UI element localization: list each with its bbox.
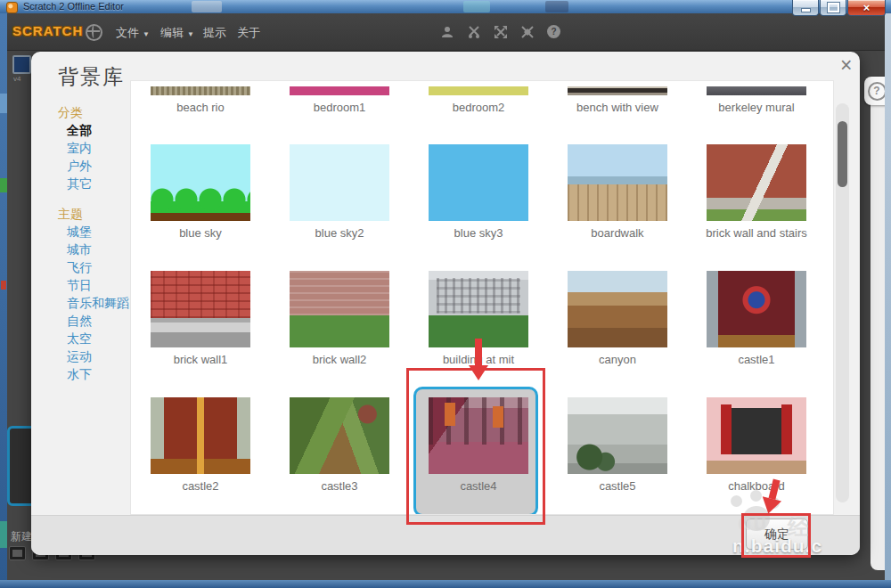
backdrop-label: brick wall2 bbox=[313, 353, 367, 366]
backdrop-thumbnail bbox=[290, 271, 389, 347]
backdrop-thumbnail bbox=[151, 86, 250, 95]
backdrop-label: berkeley mural bbox=[718, 101, 794, 114]
backdrop-label: castle1 bbox=[738, 353, 774, 366]
shrink-icon[interactable] bbox=[519, 23, 535, 40]
desktop-speck bbox=[1, 281, 6, 290]
close-button[interactable]: × bbox=[847, 0, 886, 16]
backdrop-thumbnail bbox=[151, 397, 250, 474]
minimize-button[interactable] bbox=[792, 0, 819, 16]
backdrop-label: brick wall and stairs bbox=[706, 226, 806, 240]
backdrop-item-bedroom1[interactable]: bedroom1 bbox=[270, 81, 409, 114]
backdrop-item-blue-sky[interactable]: blue sky bbox=[131, 144, 270, 240]
glass-reflection bbox=[192, 1, 222, 12]
grid-scrollbar-thumb[interactable] bbox=[838, 121, 847, 187]
window-controls: × bbox=[791, 0, 886, 16]
dialog-close-button[interactable]: × bbox=[840, 53, 852, 78]
backdrop-thumbnail bbox=[568, 144, 667, 221]
menu-file[interactable]: 文件▼ bbox=[116, 25, 150, 41]
scripts-panel-edge bbox=[871, 78, 886, 570]
backdrop-item-castle3[interactable]: castle3 bbox=[270, 397, 409, 493]
version-label: v4 bbox=[13, 75, 20, 83]
backdrop-item-castle5[interactable]: castle5 bbox=[548, 397, 687, 493]
backdrop-thumbnail bbox=[429, 271, 528, 347]
backdrop-thumbnail bbox=[290, 144, 389, 221]
backdrop-library-dialog: 背景库 × 分类 全部 室内 户外 其它 主题 城堡 城市 飞行 节日 音乐和舞… bbox=[31, 52, 860, 555]
fullscreen-icon[interactable] bbox=[12, 55, 31, 74]
backdrop-label: blue sky3 bbox=[454, 226, 503, 240]
backdrop-item-blue-sky2[interactable]: blue sky2 bbox=[270, 144, 409, 240]
backdrop-row: blue sky blue sky2 blue sky3 boardwalk b… bbox=[131, 144, 833, 240]
backdrop-label: bench with view bbox=[576, 101, 658, 114]
backdrop-item-castle2[interactable]: castle2 bbox=[131, 397, 270, 493]
backdrop-library-icon[interactable] bbox=[9, 546, 26, 560]
menu-edit[interactable]: 编辑▼ bbox=[160, 25, 194, 41]
backdrop-row: beach rio bedroom1 bedroom2 bench with v… bbox=[131, 81, 833, 114]
backdrop-item-blue-sky3[interactable]: blue sky3 bbox=[409, 144, 548, 240]
maximize-button[interactable] bbox=[820, 0, 846, 16]
chevron-down-icon: ▼ bbox=[187, 30, 194, 38]
backdrop-label: castle3 bbox=[321, 479, 357, 493]
language-globe-icon[interactable] bbox=[86, 24, 102, 41]
backdrop-item-brick-wall1[interactable]: brick wall1 bbox=[131, 271, 270, 366]
dialog-title: 背景库 bbox=[58, 63, 125, 91]
backdrop-thumbnail bbox=[290, 86, 389, 95]
new-backdrop-label: 新建 bbox=[11, 529, 32, 544]
backdrop-item-boardwalk[interactable]: boardwalk bbox=[548, 144, 687, 240]
backdrop-label: castle2 bbox=[182, 479, 218, 493]
backdrop-item-berkeley-mural[interactable]: berkeley mural bbox=[687, 81, 826, 114]
scratch-logo: SCRATCH bbox=[12, 23, 83, 38]
backdrop-label: canyon bbox=[599, 353, 636, 366]
window-titlebar: Scratch 2 Offline Editor bbox=[0, 0, 891, 13]
window-frame-bottom bbox=[0, 580, 891, 588]
annotation-arrow-selected-backdrop bbox=[469, 339, 488, 380]
backdrop-label: castle5 bbox=[599, 479, 635, 493]
scratch-cat-icon bbox=[6, 2, 18, 13]
cursor-tools: ? bbox=[438, 23, 562, 40]
chevron-down-icon: ▼ bbox=[143, 30, 150, 38]
backdrop-thumbnail bbox=[290, 397, 389, 474]
backdrop-item-castle1[interactable]: castle1 bbox=[687, 271, 826, 366]
annotation-rect-selected-backdrop bbox=[406, 368, 545, 525]
backdrop-item-bedroom2[interactable]: bedroom2 bbox=[409, 81, 548, 114]
backdrop-item-beach-rio[interactable]: beach rio bbox=[131, 81, 270, 114]
backdrop-thumbnail bbox=[151, 271, 250, 347]
annotation-rect-ok-button bbox=[741, 513, 811, 558]
minimize-icon bbox=[801, 8, 811, 12]
backdrop-item-bench-with-view[interactable]: bench with view bbox=[548, 81, 687, 114]
backdrop-label: bedroom2 bbox=[453, 101, 505, 114]
backdrop-item-brick-wall2[interactable]: brick wall2 bbox=[270, 271, 409, 366]
grid-scrollbar-track[interactable] bbox=[836, 103, 849, 502]
desktop-speck bbox=[0, 94, 7, 113]
delete-icon[interactable] bbox=[465, 23, 482, 40]
backdrop-thumbnail bbox=[568, 86, 667, 95]
window-frame-right bbox=[885, 13, 891, 581]
block-help-icon[interactable]: ? bbox=[545, 23, 562, 40]
backdrop-thumbnail bbox=[707, 144, 806, 221]
backdrop-label: beach rio bbox=[176, 101, 224, 114]
menu-about[interactable]: 关于 bbox=[237, 25, 260, 41]
backdrop-item-brick-wall-and-stairs[interactable]: brick wall and stairs bbox=[687, 144, 826, 240]
menubar: SCRATCH 文件▼ 编辑▼ 提示 关于 ? bbox=[0, 13, 891, 51]
backdrop-thumbnail bbox=[568, 397, 667, 474]
help-icon: ? bbox=[868, 82, 887, 101]
arrow-shaft bbox=[475, 339, 482, 365]
desktop-speck bbox=[0, 178, 7, 192]
duplicate-icon[interactable] bbox=[438, 23, 455, 40]
backdrop-thumbnail bbox=[707, 397, 806, 474]
backdrop-item-canyon[interactable]: canyon bbox=[548, 271, 687, 366]
svg-text:?: ? bbox=[551, 27, 556, 37]
backdrop-thumbnail bbox=[151, 144, 250, 221]
grow-icon[interactable] bbox=[492, 23, 509, 40]
backdrop-thumbnail bbox=[429, 144, 528, 221]
backdrop-item-chalkboard[interactable]: chalkboard bbox=[687, 397, 826, 493]
desktop-speck bbox=[0, 521, 7, 548]
backdrop-thumbnail bbox=[707, 86, 806, 95]
glass-reflection bbox=[545, 1, 568, 12]
close-icon: × bbox=[863, 2, 871, 13]
window-title: Scratch 2 Offline Editor bbox=[23, 1, 124, 12]
glass-reflection bbox=[463, 1, 490, 12]
menu-tips[interactable]: 提示 bbox=[203, 25, 226, 41]
backdrop-label: blue sky bbox=[179, 226, 222, 240]
backdrop-label: bedroom1 bbox=[314, 101, 366, 114]
backdrop-thumbnail bbox=[568, 271, 667, 347]
